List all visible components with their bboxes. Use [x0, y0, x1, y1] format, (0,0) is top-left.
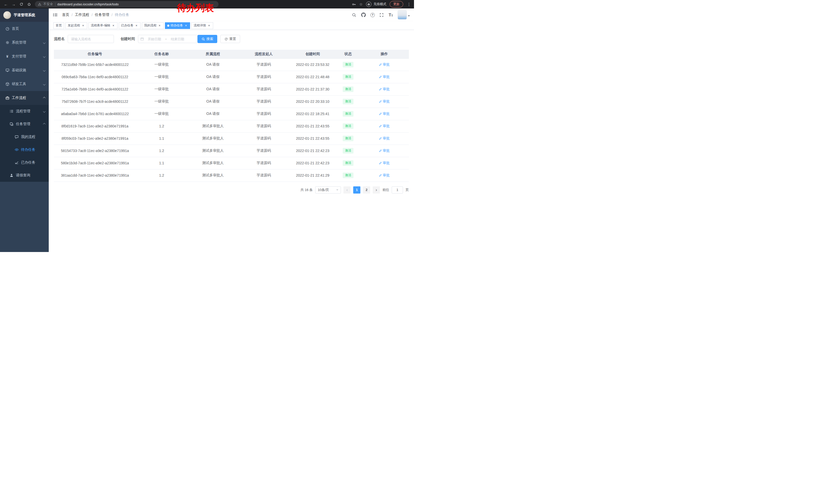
sidebar-item-devtools[interactable]: 研发工具	[0, 77, 49, 91]
search-icon[interactable]	[352, 12, 357, 17]
approve-link[interactable]: 审批	[379, 124, 390, 129]
tab-label: 首页	[56, 23, 62, 28]
reset-button[interactable]: 重置	[220, 35, 240, 43]
tab[interactable]: 流程详情 ×	[191, 22, 213, 29]
tab[interactable]: 待办任务 ×	[165, 22, 190, 29]
task-id-cell: 75d72608-7b7f-11ec-a3c8-acde48001122	[54, 95, 136, 108]
sidebar-item-home[interactable]: 首页	[0, 22, 49, 36]
tabs-bar: 首页 × 发起流程 × 流程表单-编辑 ×	[49, 21, 414, 30]
user-menu[interactable]	[398, 10, 410, 19]
sidebar-item-done-task[interactable]: 已办任务	[0, 156, 49, 169]
tab[interactable]: 我的流程 ×	[142, 22, 164, 29]
status-cell: 激活	[336, 145, 360, 157]
breadcrumb-task-mgmt[interactable]: 任务管理	[95, 12, 109, 17]
task-name-cell: 一级审批	[136, 108, 187, 120]
github-icon[interactable]	[361, 12, 366, 17]
breadcrumb-workflow[interactable]: 工作流程	[75, 12, 89, 17]
close-icon[interactable]: ×	[184, 24, 188, 28]
date-range-picker[interactable]: -	[138, 35, 198, 43]
avatar[interactable]	[398, 10, 407, 19]
next-page-button[interactable]: ›	[373, 186, 380, 193]
page-button-1[interactable]: 1	[353, 186, 360, 193]
help-icon[interactable]: ?	[370, 13, 375, 17]
update-button[interactable]: 更新	[389, 1, 403, 7]
browser-reload-icon[interactable]	[18, 1, 25, 8]
incognito-icon	[366, 2, 371, 7]
close-icon[interactable]: ×	[207, 24, 211, 28]
sidebar-item-todo-task[interactable]: 待办任务	[0, 143, 49, 156]
person-icon	[9, 173, 13, 178]
approve-link[interactable]: 审批	[379, 111, 390, 116]
monitor-icon	[5, 68, 9, 73]
approve-link[interactable]: 审批	[379, 161, 390, 165]
approve-link[interactable]: 审批	[379, 136, 390, 141]
approve-link[interactable]: 审批	[379, 173, 390, 178]
process-name-input[interactable]	[68, 35, 114, 43]
approve-link[interactable]: 审批	[379, 62, 390, 67]
page-content: 流程名 创建时间 - 搜索	[49, 30, 414, 252]
fullscreen-icon[interactable]	[379, 12, 384, 17]
browser-home-icon[interactable]	[26, 1, 32, 8]
approve-link[interactable]: 审批	[379, 148, 390, 153]
breadcrumb-separator: /	[112, 13, 113, 17]
font-size-icon[interactable]: TT	[388, 13, 393, 17]
prev-page-button[interactable]: ‹	[343, 186, 350, 193]
app-logo	[3, 11, 11, 19]
task-name-cell: 一级审批	[136, 71, 187, 83]
total-count: 共 16 条	[300, 188, 313, 192]
sidebar-item-system[interactable]: 系统管理	[0, 36, 49, 49]
table-row: 8f059c03-7ac8-11ec-a9e2-a2380e71991a 1.1…	[54, 132, 409, 145]
status-badge: 激活	[343, 74, 354, 80]
tab[interactable]: 已办任务 ×	[119, 22, 140, 29]
sidebar-item-workflow[interactable]: 工作流程	[0, 91, 49, 105]
sidebar-toggle-icon[interactable]	[53, 12, 58, 17]
password-key-icon[interactable]	[352, 2, 356, 6]
task-name-cell: 1.1	[136, 132, 187, 145]
tab[interactable]: 流程表单-编辑 ×	[88, 22, 118, 29]
sidebar-item-label: 支付管理	[12, 54, 26, 59]
tab[interactable]: 首页 ×	[53, 22, 64, 29]
incognito-label: 无痕模式	[373, 2, 386, 6]
browser-back-icon[interactable]: ←	[3, 1, 9, 8]
close-icon[interactable]: ×	[112, 24, 115, 28]
initiator-cell: 芋道源码	[239, 95, 289, 108]
col-task-name: 任务名称	[136, 50, 187, 58]
browser-menu-icon[interactable]: ⋮	[407, 2, 411, 7]
address-bar[interactable]: 不安全 dashboard.yudao.iocoder.cn/bpm/task/…	[35, 1, 218, 7]
end-date-input[interactable]	[167, 37, 188, 41]
action-cell: 审批	[360, 58, 409, 71]
approve-link[interactable]: 审批	[379, 75, 390, 79]
table-row: 58154733-7ac8-11ec-a9e2-a2380e71991a 1.2…	[54, 145, 409, 157]
sidebar-item-leave-query[interactable]: 请假查询	[0, 169, 49, 182]
sidebar-item-infra[interactable]: 基础设施	[0, 63, 49, 77]
col-actions: 操作	[360, 50, 409, 58]
goto-label: 前往	[382, 188, 389, 192]
approve-link[interactable]: 审批	[379, 99, 390, 104]
sidebar-item-payment[interactable]: ¥ 支付管理	[0, 49, 49, 63]
page-size-select[interactable]: 10条/页	[315, 186, 341, 193]
task-id-cell: 8f0d1619-7ac8-11ec-a9e2-a2380e71991a	[54, 120, 136, 132]
sidebar-item-label: 已办任务	[21, 160, 35, 165]
sidebar-item-my-process[interactable]: 我的流程	[0, 131, 49, 143]
status-cell: 激活	[336, 120, 360, 132]
sidebar-item-process-mgmt[interactable]: 流程管理	[0, 105, 49, 118]
search-button[interactable]: 搜索	[198, 35, 217, 43]
sidebar-item-task-mgmt[interactable]: 任务管理	[0, 118, 49, 131]
approve-link[interactable]: 审批	[379, 87, 390, 92]
start-date-input[interactable]	[144, 37, 164, 41]
page-button-2[interactable]: 2	[363, 186, 370, 193]
bookmark-star-icon[interactable]: ☆	[359, 2, 363, 7]
close-icon[interactable]: ×	[135, 24, 138, 28]
tab[interactable]: 发起流程 ×	[66, 22, 87, 29]
browser-forward-icon[interactable]: →	[10, 1, 17, 8]
breadcrumb-home[interactable]: 首页	[62, 12, 69, 17]
omnibox-divider	[55, 3, 55, 6]
close-icon[interactable]: ×	[81, 24, 85, 28]
action-cell: 审批	[360, 83, 409, 95]
goto-suffix: 页	[406, 188, 409, 192]
created-cell: 2022-01-22 23:53:32	[289, 58, 336, 71]
created-cell: 2022-01-21 22:41:29	[289, 169, 336, 182]
goto-page-input[interactable]	[392, 186, 403, 193]
chevron-down-icon	[43, 41, 46, 44]
close-icon[interactable]: ×	[158, 24, 161, 28]
